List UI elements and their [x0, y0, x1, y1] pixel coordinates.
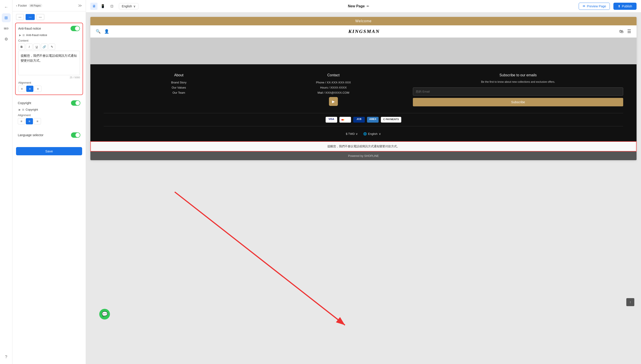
collapse-button[interactable]: ≫ — [78, 3, 82, 8]
alignment-buttons: ≡ ≡ ≡ — [18, 86, 80, 92]
copyright-align-left[interactable]: ≡ — [18, 118, 25, 124]
bold-button[interactable]: B — [18, 44, 25, 50]
chevron-down-icon: ∨ — [133, 4, 136, 8]
language-btn[interactable]: 🌐 English ∨ — [363, 132, 381, 136]
currency-text: $ TWD ∨ — [346, 132, 358, 136]
footer-lang-chevron: ∨ — [379, 132, 381, 136]
cpay-card: C PAYMENTS — [381, 117, 401, 122]
topbar: 🖥 📱 ⊡ English ∨ New Page ✏ 👁 Preview Pag… — [86, 0, 641, 12]
language-toggle[interactable] — [71, 132, 80, 138]
anti-fraud-sub-label: Anti-fraud notice — [26, 33, 47, 37]
desktop-icon[interactable]: 🖥 — [90, 3, 98, 10]
expand-icon[interactable]: ▶ — [19, 34, 21, 37]
footer-divider — [104, 113, 623, 113]
footer-contact-col: Contact Phone / XX-XXX-XXX-XXX Hours / X… — [258, 73, 409, 106]
align-left-button[interactable]: ≡ — [18, 86, 25, 92]
edit-page-title-icon[interactable]: ✏ — [366, 4, 369, 8]
powered-by-text: Powered by SHOPLINE — [348, 154, 379, 158]
payment-cards: VISA ●● JCB AMEX C PAYMENTS — [104, 117, 623, 122]
about-title: About — [104, 73, 254, 77]
back-arrow-icon: ‹ — [16, 4, 17, 7]
align-right-button[interactable]: ≡ — [34, 86, 42, 92]
help-nav-icon[interactable]: ? — [2, 352, 11, 361]
publish-label: Publish — [622, 4, 632, 8]
pages-badge: All Pages — [29, 4, 42, 7]
powered-by-bar: Powered by SHOPLINE — [90, 152, 636, 160]
sidebar-title: Footer — [18, 4, 27, 7]
mobile-icon[interactable]: 📱 — [99, 3, 106, 10]
italic-button[interactable]: I — [26, 44, 32, 50]
preview-label: Preview Page — [587, 4, 606, 8]
mastercard-card: ●● — [340, 117, 351, 122]
underline-button[interactable]: U — [34, 44, 40, 50]
footer-language-text: English — [368, 132, 378, 136]
anti-fraud-section: Anti-fraud notice ▶ ⊞ Anti-fraud notice … — [15, 23, 83, 95]
pages-nav-icon[interactable]: ⊞ — [2, 13, 11, 22]
copyright-sub-item: ▶ ⊞ Copyright — [18, 108, 80, 111]
publish-icon: ⬆ — [618, 4, 620, 8]
publish-button[interactable]: ⬆ Publish — [614, 3, 636, 10]
anti-fraud-label: Anti-fraud notice — [18, 27, 41, 30]
sidebar-header: ‹ Footer All Pages ≫ — [12, 0, 86, 11]
anti-fraud-toggle[interactable] — [70, 26, 80, 31]
seo-nav-icon[interactable]: SEO — [2, 24, 11, 33]
anti-fraud-toggle-row: Anti-fraud notice — [18, 26, 80, 31]
device-icons: 🖥 📱 ⊡ — [90, 3, 115, 10]
welcome-text: Welcome — [355, 19, 372, 23]
menu-icon[interactable]: ☰ — [627, 29, 631, 34]
back-to-top-button[interactable]: ↑ — [626, 298, 634, 306]
chat-bubble[interactable]: 💬 — [99, 309, 110, 320]
canvas-area[interactable]: Welcome 🔍 👤 KINGSMAN 🛍 ☰ — [86, 12, 641, 364]
save-button[interactable]: Save — [16, 147, 82, 155]
copyright-alignment-label: Alignment — [18, 114, 80, 117]
youtube-icon[interactable]: ▶ — [329, 97, 338, 106]
contact-mail: Mail / XXX@XXXX.COM — [318, 91, 350, 94]
copyright-align-center[interactable]: ≡ — [26, 118, 33, 124]
copyright-align-right[interactable]: ≡ — [34, 118, 41, 124]
content-text-area[interactable]: 提醒您，我們不會以電話或簡訊方式通知變更付款方式。 — [18, 51, 80, 75]
preview-button[interactable]: 👁 Preview Page — [579, 3, 610, 10]
account-icon[interactable]: 👤 — [104, 29, 109, 34]
hero-image — [90, 38, 636, 64]
style-btn-2[interactable]: — — [26, 14, 35, 20]
subscribe-button[interactable]: Subscribe — [413, 98, 623, 106]
email-input[interactable] — [413, 88, 623, 96]
copyright-component-icon: ⊞ — [22, 108, 24, 111]
clear-button[interactable]: ✎ — [48, 44, 55, 50]
copyright-alignment-buttons: ≡ ≡ ≡ — [18, 118, 80, 124]
language-selector-section: Language selector — [15, 130, 83, 142]
footer-section: About Brand Story Our Values Our Team Co… — [90, 64, 636, 141]
header-icons-right: 🛍 ☰ — [619, 29, 631, 34]
visa-card: VISA — [326, 117, 337, 122]
jcb-card: JCB — [353, 117, 365, 122]
style-btn-3[interactable]: — — [36, 14, 44, 20]
link-button[interactable]: 🔗 — [41, 44, 48, 50]
back-nav-icon[interactable]: ← — [2, 3, 11, 12]
our-values-link[interactable]: Our Values — [172, 86, 186, 89]
language-selector[interactable]: English ∨ — [119, 3, 138, 9]
tools-nav-icon[interactable]: ⚙ — [2, 35, 11, 44]
cart-icon[interactable]: 🛍 — [619, 29, 624, 34]
back-button[interactable]: ‹ Footer — [16, 4, 27, 7]
tablet-icon[interactable]: ⊡ — [108, 3, 115, 10]
footer-bottom-row: $ TWD ∨ 🌐 English ∨ — [104, 130, 623, 137]
align-center-button[interactable]: ≡ — [26, 86, 34, 92]
search-icon[interactable]: 🔍 — [96, 29, 100, 34]
svg-line-1 — [175, 192, 345, 325]
about-links: Brand Story Our Values Our Team — [104, 81, 254, 94]
welcome-bar: Welcome — [90, 17, 636, 25]
up-arrow-icon: ↑ — [630, 300, 631, 304]
currency-selector[interactable]: $ TWD ∨ — [346, 132, 358, 136]
copyright-toggle[interactable] — [71, 100, 80, 106]
subscribe-title: Subscribe to our emails — [413, 73, 623, 77]
website-preview: Welcome 🔍 👤 KINGSMAN 🛍 ☰ — [90, 17, 636, 160]
contact-title: Contact — [258, 73, 409, 77]
language-selector-label: Language selector — [18, 133, 44, 137]
brand-story-link[interactable]: Brand Story — [171, 81, 186, 84]
alignment-label: Alignment — [18, 81, 80, 84]
our-team-link[interactable]: Our Team — [172, 91, 185, 94]
content-label: Content — [18, 39, 80, 42]
copyright-expand-icon[interactable]: ▶ — [19, 108, 21, 111]
contact-info: Phone / XX-XXX-XXX-XXX Hours / XXXX-XXXX… — [258, 81, 409, 94]
style-btn-1[interactable]: — — [16, 14, 24, 20]
